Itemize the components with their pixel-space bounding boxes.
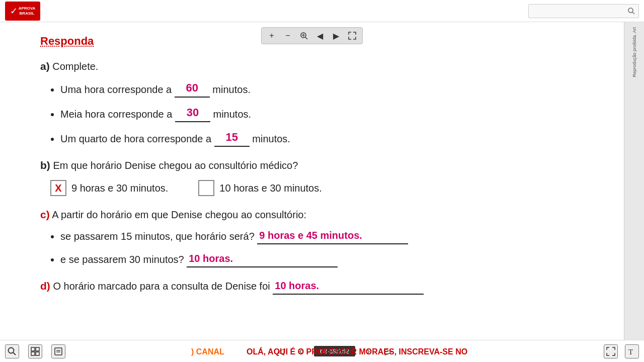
zoom-toolbar: + − ◀ ▶ <box>261 27 363 44</box>
svg-point-6 <box>9 347 14 353</box>
svg-rect-11 <box>36 352 39 355</box>
last-page-button[interactable]: ▷ <box>381 344 395 358</box>
bottom-center: ◁ ‹ 68-69/162 › ▷ <box>274 344 396 358</box>
question-d-answer: 10 horas. <box>273 278 424 295</box>
bullet-item-1: Uma hora corresponde a 60 minutos. <box>60 79 584 98</box>
bullet-3-end: minutos. <box>252 133 290 144</box>
top-bar: ✓ APROVA BRASIL <box>0 0 644 22</box>
question-a-block: a) Complete. Uma hora corresponde a 60 m… <box>40 58 584 147</box>
bullet-1-end: minutos. <box>212 84 251 95</box>
options-row: X 9 horas e 30 minutos. 10 horas e 30 mi… <box>50 180 584 196</box>
checkbox-2[interactable] <box>198 180 214 196</box>
option-1-text: 9 horas e 30 minutos. <box>71 180 168 196</box>
bullet-c1-answer: 9 horas e 45 minutos. <box>257 227 408 244</box>
question-b-label: b) <box>40 159 50 171</box>
text-select-button[interactable]: T <box>625 344 639 358</box>
expand-fullscreen-button[interactable] <box>604 344 618 358</box>
expand-button[interactable] <box>346 30 358 42</box>
svg-rect-8 <box>31 347 35 351</box>
bullet-c1-text: se passarem 15 minutos, que horário será… <box>60 231 255 242</box>
question-b-text: Em que horário Denise chegou ao consultó… <box>53 160 298 171</box>
option-2[interactable]: 10 horas e 30 minutos. <box>198 180 321 196</box>
svg-rect-10 <box>31 352 35 355</box>
question-c-label: c) <box>40 209 50 220</box>
ticker-canal: ) CANAL <box>191 347 224 356</box>
page-indicator: 68-69/162 <box>314 346 356 356</box>
bottom-right-icons: T <box>604 344 639 358</box>
first-page-button[interactable]: ◁ <box>274 344 288 358</box>
grid-button[interactable] <box>28 344 42 358</box>
bullet-2-text: Meia hora corresponde a <box>60 109 172 120</box>
next-page-toolbar-button[interactable]: ▶ <box>330 30 342 42</box>
bullet-1-text: Uma hora corresponde a <box>60 84 172 95</box>
logo-check: ✓ <box>10 6 18 17</box>
bullet-item-3: Um quarto de hora corresponde a 15 minut… <box>60 128 584 147</box>
svg-rect-12 <box>55 348 62 355</box>
option-1[interactable]: X 9 horas e 30 minutos. <box>50 180 168 196</box>
question-a-label: a) <box>40 60 50 72</box>
bullet-c2-answer: 10 horas. <box>187 250 338 267</box>
question-d-block: d) O horário marcado para a consulta de … <box>40 278 584 295</box>
checkbox-1-mark: X <box>55 180 61 196</box>
bullet-2-end: minutos. <box>213 109 251 120</box>
logo-text-area: APROVA BRASIL <box>19 6 36 16</box>
svg-point-0 <box>628 8 633 13</box>
outline-button[interactable] <box>51 344 65 358</box>
bullet-3-answer: 15 <box>214 128 250 147</box>
document-content: Responda a) Complete. Uma hora correspon… <box>0 22 624 340</box>
bullet-list-c: se passarem 15 minutos, que horário será… <box>60 227 584 267</box>
bullet-c1: se passarem 15 minutos, que horário será… <box>60 227 584 244</box>
bottom-left-icons <box>5 344 65 358</box>
bullet-c2-text: e se passarem 30 minutos? <box>60 254 184 265</box>
svg-text:T: T <box>628 348 633 356</box>
question-b-block: b) Em que horário Denise chegou ao consu… <box>40 157 584 196</box>
bullet-2-answer: 30 <box>175 104 210 122</box>
question-d-text: O horário marcado para a consulta de Den… <box>53 281 270 292</box>
next-page-button[interactable]: › <box>361 344 375 358</box>
search-input[interactable] <box>529 7 624 15</box>
checkbox-1[interactable]: X <box>50 180 66 196</box>
prev-page-toolbar-button[interactable]: ◀ <box>314 30 326 42</box>
search-bottom-button[interactable] <box>5 344 19 358</box>
zoom-out-button[interactable]: − <box>282 30 294 42</box>
svg-rect-9 <box>36 347 39 351</box>
bottom-bar: ◁ ‹ 68-69/162 › ▷ T ) CANAL OLÁ, AQUI É … <box>0 340 644 362</box>
search-button[interactable] <box>624 4 638 18</box>
svg-line-7 <box>14 352 16 355</box>
question-c-block: c) A partir do horário em que Denise che… <box>40 206 584 267</box>
question-c-text: A partir do horário em que Denise chegou… <box>52 209 306 220</box>
zoom-fit-button[interactable] <box>298 30 310 42</box>
bullet-item-2: Meia hora corresponde a 30 minutos. <box>60 104 584 122</box>
svg-line-3 <box>305 37 307 39</box>
zoom-in-button[interactable]: + <box>266 30 278 42</box>
bullet-1-answer: 60 <box>175 79 210 98</box>
bullet-3-text: Um quarto de hora corresponde a <box>60 133 211 144</box>
prev-page-button[interactable]: ‹ <box>294 344 308 358</box>
question-a-text: Complete. <box>52 61 98 72</box>
bullet-list-a: Uma hora corresponde a 60 minutos. Meia … <box>60 79 584 147</box>
question-d-label: d) <box>40 280 50 292</box>
logo: ✓ APROVA BRASIL <box>5 2 40 21</box>
option-2-text: 10 horas e 30 minutos. <box>219 180 321 196</box>
right-sidebar: Reprodução proibida. Art <box>624 22 644 340</box>
logo-line2: BRASIL <box>19 11 36 16</box>
main-content: + − ◀ ▶ Responda a) Compl <box>0 22 624 340</box>
search-bar[interactable] <box>528 4 639 18</box>
logo-area: ✓ APROVA BRASIL <box>5 2 40 21</box>
bullet-c2: e se passarem 30 minutos? 10 horas. <box>60 250 584 267</box>
logo-line1: APROVA <box>19 6 36 11</box>
svg-line-1 <box>632 12 634 14</box>
sidebar-text: Reprodução proibida. Art <box>632 27 637 77</box>
